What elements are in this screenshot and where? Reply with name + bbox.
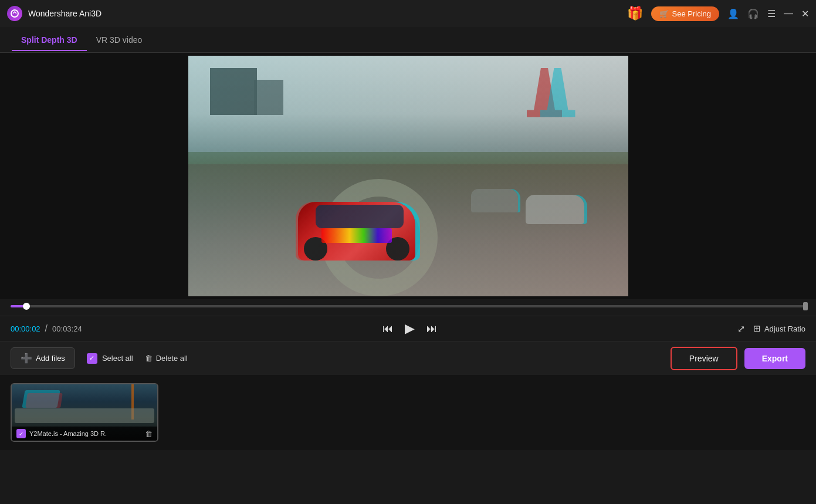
scrubber-bar[interactable]	[11, 305, 805, 307]
scrubber-handle[interactable]	[23, 303, 30, 310]
current-time: 00:00:02	[11, 324, 40, 333]
preview-button[interactable]: Preview	[671, 347, 737, 370]
user-icon[interactable]: 👤	[727, 8, 739, 19]
scrubber-end-handle[interactable]	[803, 302, 808, 310]
main-layout: Split Depth 3D VR 3D video	[0, 27, 816, 504]
see-pricing-button[interactable]: 🛒 See Pricing	[651, 6, 719, 21]
file-checkbox[interactable]: ✓	[16, 429, 26, 438]
headset-icon[interactable]: 🎧	[747, 8, 759, 19]
lower-section: ➕ Add files ✓ Select all 🗑 Delete all Pr…	[0, 341, 816, 450]
delete-all-button[interactable]: 🗑 Delete all	[145, 354, 188, 363]
right-controls: ⤢ ⊞ Adjust Ratio	[737, 323, 805, 334]
video-container	[0, 53, 816, 299]
right-buttons: Preview Export	[671, 347, 805, 370]
file-card[interactable]: ✓ Y2Mate.is - Amazing 3D R. 🗑	[11, 383, 158, 442]
scene-bg	[188, 56, 628, 296]
total-time: 00:03:24	[52, 324, 82, 333]
trash-icon: 🗑	[145, 354, 153, 363]
menu-icon[interactable]: ☰	[767, 8, 776, 19]
check-icon: ✓	[87, 353, 97, 364]
title-bar: Wondershare Ani3D 🎁 🛒 See Pricing 👤 🎧 ☰ …	[0, 0, 816, 27]
tab-split-depth[interactable]: Split Depth 3D	[12, 29, 87, 50]
plus-icon: ➕	[21, 353, 32, 364]
title-bar-left: Wondershare Ani3D	[7, 6, 101, 21]
controls-bar: 00:00:02 / 00:03:24 ⏮ ▶ ⏭ ⤢ ⊞ Adjust Rat…	[0, 316, 816, 341]
timeline-area	[0, 299, 816, 316]
add-files-button[interactable]: ➕ Add files	[11, 347, 75, 369]
app-logo	[7, 6, 22, 21]
thumb-red	[25, 393, 63, 408]
window-controls: 👤 🎧 ☰ — ✕	[727, 8, 809, 19]
time-display-group: 00:00:02 / 00:03:24	[11, 323, 82, 334]
gift-icon[interactable]: 🎁	[627, 6, 643, 21]
file-card-bottom: ✓ Y2Mate.is - Amazing 3D R. 🗑	[12, 427, 157, 441]
tab-vr-3d[interactable]: VR 3D video	[87, 29, 152, 50]
content-area: 00:00:02 / 00:03:24 ⏮ ▶ ⏭ ⤢ ⊞ Adjust Rat…	[0, 53, 816, 504]
time-separator: /	[45, 323, 48, 334]
ratio-icon: ⊞	[753, 323, 761, 334]
skip-back-button[interactable]: ⏮	[382, 323, 393, 335]
file-name: Y2Mate.is - Amazing 3D R.	[29, 430, 141, 437]
select-all-button[interactable]: ✓ Select all	[87, 353, 133, 364]
skip-forward-button[interactable]: ⏭	[426, 323, 437, 335]
minimize-button[interactable]: —	[784, 8, 793, 19]
close-button[interactable]: ✕	[801, 8, 809, 19]
playback-controls: ⏮ ▶ ⏭	[382, 321, 437, 336]
svg-point-0	[11, 10, 18, 17]
app-title: Wondershare Ani3D	[28, 9, 101, 18]
title-bar-right: 🎁 🛒 See Pricing 👤 🎧 ☰ — ✕	[627, 6, 809, 21]
export-button[interactable]: Export	[744, 348, 805, 369]
video-preview	[188, 56, 628, 296]
bottom-toolbar: ➕ Add files ✓ Select all 🗑 Delete all Pr…	[0, 341, 816, 375]
aberration-overlay	[188, 56, 628, 296]
play-pause-button[interactable]: ▶	[405, 321, 415, 336]
file-delete-button[interactable]: 🗑	[145, 429, 153, 438]
cart-icon: 🛒	[659, 9, 669, 18]
thumb-car	[15, 408, 154, 423]
file-list-area: ✓ Y2Mate.is - Amazing 3D R. 🗑	[0, 375, 816, 450]
fullscreen-button[interactable]: ⤢	[737, 323, 745, 334]
adjust-ratio-button[interactable]: ⊞ Adjust Ratio	[753, 323, 805, 334]
tabs-bar: Split Depth 3D VR 3D video	[0, 27, 816, 53]
